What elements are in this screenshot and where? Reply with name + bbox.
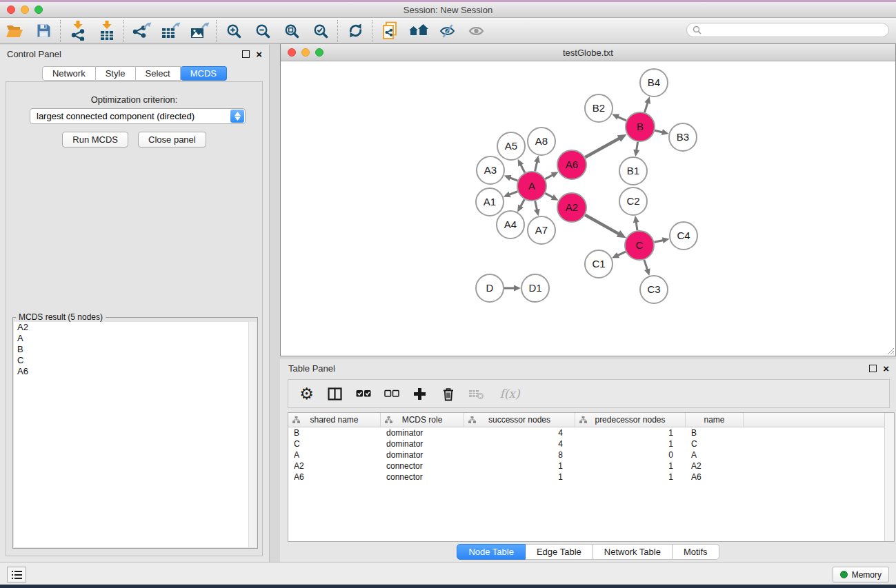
export-network-button[interactable] (127, 19, 156, 43)
table-row[interactable]: A2connector11A2 (288, 460, 894, 472)
column-header-name[interactable]: name (686, 413, 744, 427)
tab-mcds[interactable]: MCDS (181, 66, 227, 81)
tab-network-table[interactable]: Network Table (593, 544, 673, 560)
network-window-titlebar: testGlobe.txt (281, 44, 895, 61)
mcds-result-item[interactable]: C (14, 355, 257, 366)
resize-grip-icon[interactable] (886, 346, 895, 355)
tab-select[interactable]: Select (136, 66, 181, 81)
table-cell-shared-name: C (288, 438, 381, 449)
tab-network[interactable]: Network (42, 66, 96, 81)
import-table-button[interactable] (92, 19, 121, 43)
column-header-mcds-role[interactable]: MCDS role (381, 413, 464, 427)
select-all-columns-button[interactable] (350, 382, 376, 405)
mcds-result-item[interactable]: B (14, 344, 257, 355)
network-graph[interactable]: AA1A2A3A4A5A6A7A8BB1B2B3B4CC1C2C3C4DD1 (281, 61, 895, 356)
table-cell-mcds-role: dominator (381, 449, 464, 460)
gear-icon: ⚙ (299, 386, 314, 402)
graph-edge-B-B1[interactable] (637, 142, 638, 151)
show-all-button[interactable] (462, 19, 491, 43)
export-image-button[interactable] (185, 19, 214, 43)
hide-selected-button[interactable] (433, 19, 462, 43)
save-session-button[interactable] (29, 19, 58, 43)
run-mcds-button[interactable]: Run MCDS (62, 132, 128, 148)
graph-edge-A-A8[interactable] (535, 161, 537, 171)
graph-edge-A-A5[interactable] (521, 165, 525, 173)
graph-node-label-C2: C2 (626, 195, 639, 207)
graph-edge-B-B4[interactable] (645, 103, 648, 112)
plus-icon (413, 387, 426, 401)
mcds-result-scrollbar[interactable] (248, 322, 257, 547)
graph-edge-B-B3[interactable] (655, 130, 662, 132)
open-session-button[interactable] (0, 19, 29, 43)
column-header-shared-name[interactable]: shared name (288, 413, 381, 427)
graph-edge-C-C1[interactable] (617, 252, 626, 255)
new-network-from-selection-button[interactable] (375, 19, 404, 43)
delete-column-button[interactable] (435, 382, 461, 405)
mcds-result-title: MCDS result (5 nodes) (16, 312, 106, 322)
graph-edge-arrowhead (534, 156, 540, 163)
column-header-predecessor-nodes[interactable]: predecessor nodes (575, 413, 686, 427)
deselect-all-columns-button[interactable] (379, 382, 404, 405)
graph-edge-A6-B[interactable] (585, 139, 619, 158)
refresh-button[interactable] (341, 19, 370, 43)
open-folder-icon (6, 23, 23, 38)
close-panel-button[interactable]: Close panel (138, 132, 206, 148)
table-row[interactable]: A6connector11A6 (288, 472, 894, 483)
delete-table-icon (468, 388, 484, 400)
task-history-button[interactable] (7, 567, 26, 582)
tab-motifs[interactable]: Motifs (673, 544, 719, 560)
memory-button[interactable]: Memory (833, 567, 889, 582)
graph-edge-A-A7[interactable] (535, 201, 537, 210)
search-icon (693, 26, 701, 34)
graph-edge-C-C2[interactable] (636, 222, 637, 231)
table-panel-tabs: Node TableEdge TableNetwork TableMotifs (280, 544, 896, 560)
export-network-icon (132, 22, 152, 39)
mcds-result-item[interactable]: A (14, 333, 257, 344)
graph-edge-A-A3[interactable] (510, 178, 517, 181)
columns-icon (328, 387, 342, 401)
add-column-button[interactable] (407, 382, 432, 405)
table-row[interactable]: Bdominator41B (288, 427, 894, 438)
graph-edge-A2-C[interactable] (585, 215, 619, 234)
zoom-out-button[interactable] (248, 19, 277, 43)
graph-edge-A-A6[interactable] (545, 175, 552, 179)
tab-style[interactable]: Style (96, 66, 136, 81)
zoom-in-button[interactable] (219, 19, 248, 43)
graph-edge-A-A4[interactable] (521, 199, 525, 207)
unchecked-boxes-icon (384, 389, 399, 398)
mcds-result-list[interactable]: A2ABCA6 (14, 322, 257, 547)
tab-edge-table[interactable]: Edge Table (526, 544, 593, 560)
table-row[interactable]: Adominator80A (288, 449, 894, 460)
float-panel-icon[interactable] (242, 50, 250, 58)
import-network-button[interactable] (63, 19, 92, 43)
close-table-panel-icon[interactable]: × (883, 365, 889, 372)
table-options-button[interactable]: ⚙ (294, 382, 319, 405)
mcds-result-item[interactable]: A6 (14, 366, 257, 377)
show-column-panel-button[interactable] (322, 382, 348, 405)
graph-edge-B-B2[interactable] (617, 116, 626, 121)
node-table-scrollbar[interactable] (884, 413, 894, 541)
function-builder-button[interactable]: f(x) (492, 382, 528, 405)
graph-edge-arrowhead (644, 268, 650, 276)
graph-edge-A-A1[interactable] (509, 192, 517, 195)
float-table-panel-icon[interactable] (869, 365, 877, 372)
first-neighbors-button[interactable] (404, 19, 433, 43)
optimization-criterion-select[interactable]: largest connected component (directed) (30, 108, 246, 124)
zoom-out-icon (255, 23, 270, 39)
graph-node-label-A5: A5 (505, 140, 517, 152)
zoom-selected-button[interactable] (306, 19, 335, 43)
tab-node-table[interactable]: Node Table (457, 544, 526, 560)
graph-edge-C-C3[interactable] (644, 260, 648, 270)
search-input[interactable] (705, 25, 883, 36)
close-panel-icon[interactable]: × (256, 51, 262, 58)
toolbar-search-field[interactable] (686, 23, 889, 37)
column-header-successor-nodes[interactable]: successor nodes (464, 413, 575, 427)
delete-table-button[interactable] (464, 382, 489, 405)
zoom-fit-button[interactable] (277, 19, 306, 43)
export-table-button[interactable] (156, 19, 185, 43)
mcds-result-item[interactable]: A2 (14, 322, 257, 333)
graph-edge-A-A2[interactable] (545, 193, 552, 197)
graph-edge-C-C4[interactable] (654, 240, 663, 242)
optimization-criterion-value: largest connected component (directed) (37, 111, 195, 121)
table-row[interactable]: Cdominator41C (288, 438, 894, 449)
